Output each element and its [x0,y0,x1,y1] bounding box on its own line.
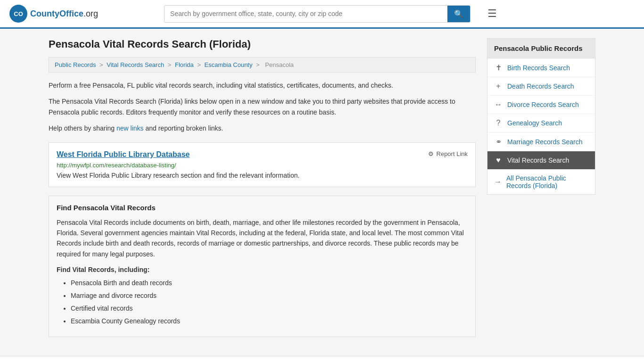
report-link-button[interactable]: ⚙ Report Link [428,150,468,157]
list-item: Escambia County Genealogy records [71,316,468,326]
svg-text:CO: CO [14,10,23,17]
find-subtitle: Find Vital Records, including: [57,266,468,273]
find-list: Pensacola Birth and death records Marria… [57,278,468,326]
search-icon: 🔍 [454,10,463,18]
main-container: Pensacola Vital Records Search (Florida)… [39,29,605,346]
all-records-icon: → [494,178,502,186]
sidebar-item-label: Birth Records Search [507,64,570,72]
birth-records-icon: ✝ [494,63,503,72]
intro-paragraph-1: Perform a free Pensacola, FL public vita… [49,80,476,90]
sidebar-item-label: Vital Records Search [507,156,569,164]
intro-paragraph-2: The Pensacola Vital Records Search (Flor… [49,96,476,117]
link-card-title[interactable]: West Florida Public Library Database [57,150,190,159]
search-input[interactable] [165,6,447,22]
breadcrumb-pensacola: Pensacola [265,61,294,68]
report-icon: ⚙ [428,150,434,157]
search-bar: 🔍 [164,5,471,23]
header: CO CountyOffice.org 🔍 ☰ [0,0,644,29]
death-records-icon: + [494,82,503,90]
link-card-description: View West Florida Public Library researc… [57,172,468,179]
breadcrumb-public-records[interactable]: Public Records [55,61,96,68]
sidebar-item-label: Divorce Records Search [507,101,579,108]
sidebar-all-records-link[interactable]: → All Pensacola Public Records (Florida) [487,170,595,194]
link-card: West Florida Public Library Database ⚙ R… [49,142,476,187]
marriage-records-icon: ⚭ [494,137,503,146]
sidebar-box: Pensacola Public Records ✝ Birth Records… [487,38,595,195]
sidebar-all-link-label: All Pensacola Public Records (Florida) [506,174,588,189]
sidebar-item-label: Marriage Records Search [507,138,583,146]
breadcrumb-vital-records-search[interactable]: Vital Records Search [107,61,164,68]
list-item: Marriage and divorce records [71,291,468,301]
sidebar: Pensacola Public Records ✝ Birth Records… [487,38,595,337]
search-button[interactable]: 🔍 [447,6,470,22]
logo-text: CountyOffice.org [30,9,98,19]
report-label: Report Link [437,150,468,157]
sidebar-item-vital-records[interactable]: ♥ Vital Records Search [487,151,595,170]
page-title: Pensacola Vital Records Search (Florida) [49,38,476,50]
list-item: Pensacola Birth and death records [71,278,468,288]
sidebar-item-genealogy[interactable]: ? Genealogy Search [487,114,595,132]
content-area: Pensacola Vital Records Search (Florida)… [49,38,476,337]
breadcrumb-escambia-county[interactable]: Escambia County [205,61,253,68]
sidebar-item-label: Genealogy Search [507,119,562,127]
link-card-url[interactable]: http://mywfpl.com/research/database-list… [57,162,468,169]
divorce-records-icon: ↔ [494,100,503,109]
sidebar-item-label: Death Records Search [507,82,574,90]
menu-button[interactable]: ☰ [484,6,501,22]
sidebar-item-divorce-records[interactable]: ↔ Divorce Records Search [487,96,595,114]
logo[interactable]: CO CountyOffice.org [9,5,98,23]
find-section-body: Pensacola Vital Records include document… [57,217,468,260]
find-section: Find Pensacola Vital Records Pensacola V… [49,196,476,337]
logo-icon: CO [9,5,27,23]
link-card-header: West Florida Public Library Database ⚙ R… [57,150,468,159]
sidebar-item-death-records[interactable]: + Death Records Search [487,77,595,96]
genealogy-icon: ? [494,119,503,127]
footer: About Us Contact Us General Listings Pri… [0,356,644,362]
vital-records-icon: ♥ [494,156,503,165]
sidebar-item-marriage-records[interactable]: ⚭ Marriage Records Search [487,132,595,151]
new-links-link[interactable]: new links [116,124,144,132]
breadcrumb: Public Records > Vital Records Search > … [49,57,476,73]
sidebar-title: Pensacola Public Records [487,39,595,58]
list-item: Certified vital records [71,304,468,313]
find-section-title: Find Pensacola Vital Records [57,204,468,212]
intro-paragraph-3: Help others by sharing new links and rep… [49,123,476,133]
menu-icon: ☰ [487,8,497,19]
breadcrumb-florida[interactable]: Florida [175,61,194,68]
sidebar-item-birth-records[interactable]: ✝ Birth Records Search [487,58,595,77]
